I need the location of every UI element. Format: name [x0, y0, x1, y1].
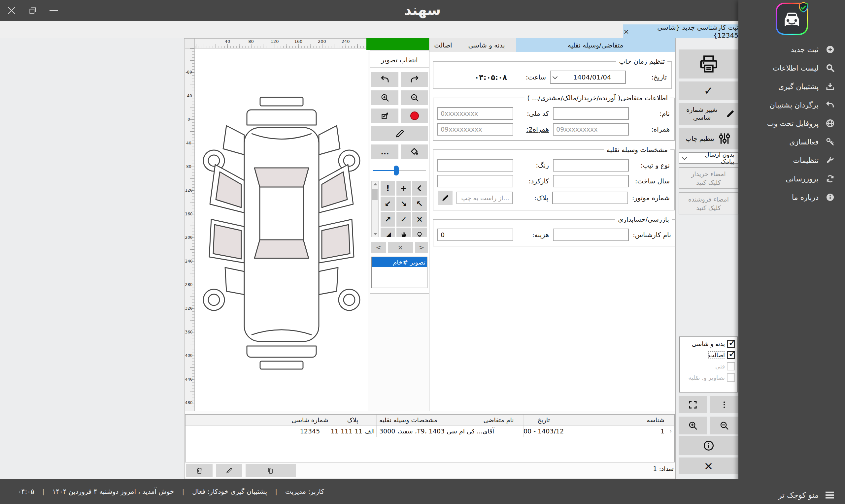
pencil-tool-button[interactable]: [371, 126, 428, 141]
undo-button[interactable]: [371, 72, 399, 87]
window-restore-button[interactable]: [25, 0, 40, 21]
prev-image-button[interactable]: <: [371, 242, 386, 253]
year-input[interactable]: [553, 175, 629, 187]
zoom-out-button[interactable]: [710, 417, 738, 434]
marker-arrow-down-left-button[interactable]: ↙: [381, 197, 395, 211]
sidebar-item-activation[interactable]: فعالسازی: [738, 132, 845, 151]
clear-image-button[interactable]: ×: [388, 242, 413, 253]
edit-record-button[interactable]: [216, 464, 242, 477]
color-input[interactable]: [437, 159, 513, 172]
buyer-signature-button[interactable]: امضاء خریدار کلیک کنید: [679, 167, 738, 189]
header-id[interactable]: شناسه: [564, 415, 667, 425]
sidebar-item-backup[interactable]: پشتیبان گیری: [738, 77, 845, 96]
sidebar-item-records-list[interactable]: لیست اطلاعات: [738, 59, 845, 77]
checkbox-authenticity[interactable]: اصالت: [682, 351, 735, 359]
header-chassis[interactable]: شماره شاسی: [291, 415, 329, 425]
more-options-button[interactable]: [710, 396, 738, 413]
car-diagram-canvas[interactable]: [195, 49, 368, 411]
info-button[interactable]: [679, 436, 738, 455]
sidebar-item-update[interactable]: بروزرسانی: [738, 169, 845, 188]
header-plate[interactable]: پلاک: [329, 415, 376, 425]
sms-dropdown[interactable]: بدون ارسال پیامک: [679, 152, 738, 164]
fee-input[interactable]: [437, 229, 513, 241]
header-vehicle[interactable]: مشخصات وسیله نقلیه: [376, 415, 474, 425]
marker-exclamation-button[interactable]: !: [381, 181, 395, 196]
marker-arrow-up-right-button[interactable]: ↗: [381, 212, 395, 227]
marker-close-button[interactable]: ×: [412, 212, 427, 227]
sidebar-item-new-record[interactable]: ثبت جدید: [738, 40, 845, 59]
window-close-button[interactable]: [4, 0, 19, 21]
national-id-input[interactable]: [437, 107, 513, 120]
mobile2-label[interactable]: همراه2:: [517, 125, 549, 133]
expert-name-input[interactable]: [553, 229, 629, 241]
marker-plus-button[interactable]: +: [397, 181, 411, 196]
plate-input[interactable]: [457, 192, 513, 204]
close-document-button[interactable]: ×: [679, 457, 738, 474]
next-image-button[interactable]: >: [415, 242, 428, 253]
marker-chevron-left-button[interactable]: [412, 181, 427, 196]
record-count: تعداد: 1: [653, 465, 674, 472]
chevron-left-small-icon: <: [376, 244, 382, 251]
sidebar-item-settings[interactable]: تنظیمات: [738, 151, 845, 169]
records-table[interactable]: شناسه تاریخ نام متقاضی مشخصات وسیله نقلی…: [185, 414, 675, 463]
table-row[interactable]: ‹ 1 13:00 - 1403/12/04 آقای... کی ام سی …: [186, 426, 674, 437]
marker-arrow-up-left-button[interactable]: ↖: [412, 197, 427, 211]
fullscreen-button[interactable]: [679, 396, 707, 413]
tab-body-chassis[interactable]: بدنه و شاسی: [457, 38, 516, 52]
collapse-menu-button[interactable]: منو کوچک تر: [778, 491, 835, 499]
copy-icon: [267, 467, 275, 475]
scrollbar-thumb[interactable]: [372, 189, 377, 200]
marker-triangle-button[interactable]: ◢: [381, 228, 395, 237]
date-combobox[interactable]: 1404/01/04: [550, 71, 626, 84]
engine-number-input[interactable]: [552, 192, 628, 204]
record-color-button[interactable]: [401, 109, 428, 123]
seller-signature-button[interactable]: امضاء فروشنده کلیک کنید: [679, 192, 738, 214]
checkbox-vehicle-images[interactable]: تصاویر و. نقلیه: [682, 373, 735, 382]
fill-bucket-button[interactable]: [401, 144, 428, 159]
window-minimize-button[interactable]: [46, 0, 61, 21]
marker-arrow-down-right-button[interactable]: ↘: [397, 197, 411, 211]
type-input[interactable]: [553, 159, 629, 172]
tab-authenticity[interactable]: اصالت: [429, 38, 457, 52]
plate-edit-button[interactable]: [438, 191, 453, 205]
duplicate-record-button[interactable]: [246, 464, 296, 477]
sidebar-item-restore-backup[interactable]: برگردان پشتیبان: [738, 96, 845, 114]
ruler-tick-label: 80: [185, 164, 193, 169]
name-input[interactable]: [553, 107, 629, 120]
checkbox-body-chassis[interactable]: بدنه و شاسی: [682, 340, 735, 348]
print-button[interactable]: [679, 50, 738, 78]
mobile2-input[interactable]: [437, 123, 513, 136]
delete-record-button[interactable]: [186, 464, 213, 477]
sms-dropdown-value: بدون ارسال پیامک: [689, 151, 735, 165]
zoom-in-button[interactable]: [371, 90, 399, 105]
document-tab[interactable]: ثبت کارشناسی جدید {شاسی 12345} ×: [623, 24, 738, 38]
tab-applicant-vehicle[interactable]: متقاضی/وسیله نقلیه: [516, 38, 675, 52]
mobile-input[interactable]: [553, 123, 629, 136]
redo-button[interactable]: [401, 72, 428, 87]
marker-grid-scrollbar[interactable]: [371, 181, 379, 237]
image-list[interactable]: تصویر #خام: [371, 257, 427, 288]
sidebar-item-about[interactable]: درباره ما: [738, 188, 845, 206]
seller-signature-line2: کلیک کنید: [696, 204, 721, 212]
ruler-tick-label: 80: [248, 39, 254, 44]
print-settings-button[interactable]: تنظیم چاپ: [679, 128, 738, 149]
marker-check-button[interactable]: ✓: [397, 212, 411, 227]
confirm-button[interactable]: ✓: [679, 82, 738, 100]
zoom-in-button[interactable]: [679, 417, 707, 434]
more-tools-button[interactable]: ...: [371, 144, 399, 159]
scroll-up-icon: [373, 183, 377, 185]
marker-hand-button[interactable]: [397, 228, 411, 237]
change-chassis-button[interactable]: تغییر شماره شاسی: [679, 103, 738, 125]
tab-close-icon[interactable]: ×: [623, 28, 629, 36]
brush-size-slider-thumb[interactable]: [394, 166, 399, 176]
marker-bulb-button[interactable]: [412, 228, 427, 237]
zoom-out-button[interactable]: [401, 90, 428, 105]
mileage-input[interactable]: [437, 175, 513, 187]
ruler-tick-label: 200: [318, 39, 326, 44]
image-list-item-selected[interactable]: تصویر #خام: [372, 257, 427, 267]
header-applicant[interactable]: نام متقاضی: [474, 415, 523, 425]
header-date[interactable]: تاریخ: [523, 415, 564, 425]
sidebar-item-web-profile[interactable]: پروفایل تحت وب: [738, 114, 845, 132]
checkbox-technical[interactable]: فنی: [682, 362, 735, 371]
select-stamp-button[interactable]: [371, 109, 399, 123]
